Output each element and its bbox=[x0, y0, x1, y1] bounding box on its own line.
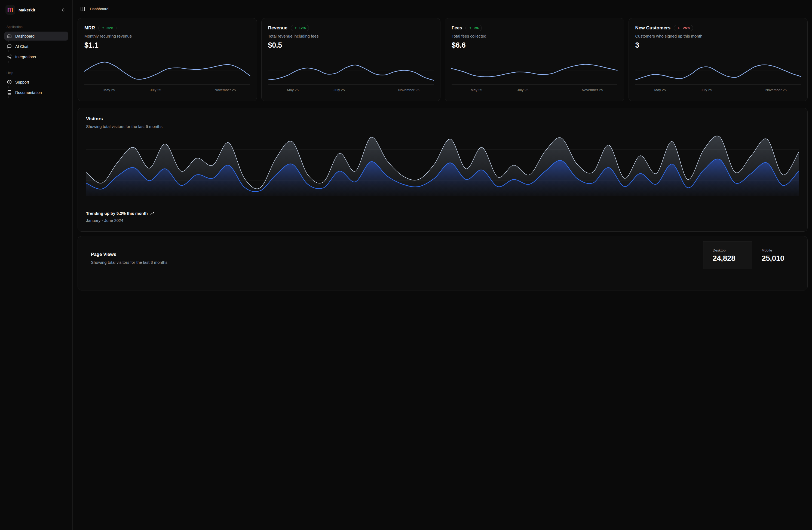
axis-tick: May 25 bbox=[287, 88, 299, 92]
topbar: Dashboard bbox=[77, 0, 423, 18]
logo-m-glyph: m bbox=[7, 6, 14, 13]
trend-badge: 20% bbox=[98, 25, 116, 31]
sidebar-item-label: Support bbox=[15, 80, 29, 84]
axis-tick: November 25 bbox=[398, 88, 419, 92]
sidebar-item-label: Documentation bbox=[15, 90, 42, 95]
sidebar-item-dashboard[interactable]: Dashboard bbox=[4, 32, 68, 41]
sidebar-item-label: Integrations bbox=[15, 55, 36, 59]
stat-value: $0.5 bbox=[268, 41, 424, 49]
sidebar-section-application: Application bbox=[6, 25, 68, 29]
stat-card-mrr: MRR 20% Monthly recurring revenue $1.1 M… bbox=[77, 18, 257, 101]
breadcrumb: Dashboard bbox=[90, 7, 108, 11]
page-views-card: Page Views Showing total visitors for th… bbox=[77, 236, 423, 278]
axis-tick: November 25 bbox=[215, 88, 236, 92]
sidebar: m Makerkit Application Dashboard AI Chat… bbox=[0, 0, 73, 278]
visitors-area-chart bbox=[86, 134, 423, 196]
page-views-title: Page Views bbox=[91, 252, 423, 257]
trend-badge-label: 12% bbox=[299, 26, 306, 30]
visitors-subtitle: Showing total visitors for the last 6 mo… bbox=[86, 124, 423, 129]
stat-title: Revenue bbox=[268, 25, 288, 31]
stat-value: $1.1 bbox=[84, 41, 250, 49]
stat-cards-row: MRR 20% Monthly recurring revenue $1.1 M… bbox=[77, 18, 423, 101]
sidebar-item-label: Dashboard bbox=[15, 34, 34, 38]
sparkline-axis: May 25 July 25 November 25 bbox=[268, 88, 424, 93]
stat-subtitle: Total revenue including fees bbox=[268, 34, 424, 38]
visitors-date-range: January - June 2024 bbox=[86, 218, 154, 223]
sidebar-item-support[interactable]: Support bbox=[4, 77, 68, 87]
house-icon bbox=[7, 34, 12, 38]
sidebar-section-help: Help bbox=[6, 71, 68, 75]
stat-title: MRR bbox=[84, 25, 95, 31]
trending-up-icon bbox=[150, 211, 154, 216]
application-nav: Dashboard AI Chat Integrations bbox=[4, 32, 68, 61]
workspace-switcher[interactable]: m Makerkit bbox=[4, 4, 68, 15]
stat-subtitle: Monthly recurring revenue bbox=[84, 34, 250, 38]
visitors-title: Visitors bbox=[86, 116, 423, 122]
trend-badge: 12% bbox=[291, 25, 309, 31]
sidebar-item-label: AI Chat bbox=[15, 44, 28, 49]
visitors-card: Visitors Showing total visitors for the … bbox=[77, 108, 423, 232]
chevrons-up-down-icon bbox=[61, 8, 65, 12]
sparkline-chart bbox=[84, 57, 250, 85]
sparkline-chart bbox=[268, 57, 424, 85]
message-square-icon bbox=[7, 44, 12, 49]
sidebar-toggle-button[interactable] bbox=[80, 6, 85, 12]
arrow-up-icon bbox=[294, 26, 297, 30]
sidebar-item-ai-chat[interactable]: AI Chat bbox=[4, 42, 68, 51]
panel-left-icon bbox=[80, 6, 85, 12]
visitors-trend-text: Trending up by 5.2% this month bbox=[86, 211, 148, 216]
arrow-up-icon bbox=[102, 26, 105, 30]
share-icon bbox=[7, 55, 12, 59]
axis-tick: July 25 bbox=[150, 88, 161, 92]
book-icon bbox=[7, 90, 12, 95]
circle-help-icon bbox=[7, 80, 12, 84]
axis-tick: May 25 bbox=[103, 88, 115, 92]
trend-badge-label: 20% bbox=[106, 26, 113, 30]
sidebar-item-documentation[interactable]: Documentation bbox=[4, 88, 68, 97]
makerkit-logo: m bbox=[5, 5, 15, 15]
help-nav: Support Documentation bbox=[4, 77, 68, 97]
axis-tick: July 25 bbox=[334, 88, 345, 92]
stat-card-revenue: Revenue 12% Total revenue including fees… bbox=[261, 18, 424, 101]
sparkline-axis: May 25 July 25 November 25 bbox=[84, 88, 250, 93]
visitors-footer: Trending up by 5.2% this month January -… bbox=[86, 211, 154, 223]
page-views-subtitle: Showing total visitors for the last 3 mo… bbox=[91, 260, 423, 264]
workspace-name: Makerkit bbox=[18, 8, 35, 12]
sidebar-item-integrations[interactable]: Integrations bbox=[4, 52, 68, 61]
main-content: Dashboard MRR 20% Monthly recurring reve… bbox=[73, 0, 423, 278]
